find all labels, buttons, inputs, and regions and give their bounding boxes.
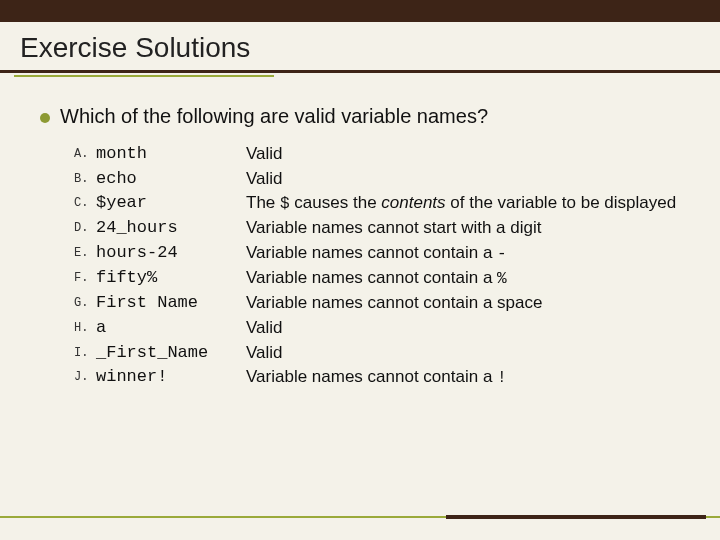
answer-explain: Variable names cannot start with a digit	[246, 216, 690, 241]
question-text: Which of the following are valid variabl…	[60, 105, 488, 128]
footer-accent	[0, 516, 720, 518]
answer-letter: J.	[74, 365, 96, 386]
answer-row: E.hours-24Variable names cannot contain …	[74, 241, 690, 266]
title-area: Exercise Solutions	[0, 22, 720, 70]
variable-name: _First_Name	[96, 341, 246, 366]
answer-explain: Variable names cannot contain a -	[246, 241, 690, 266]
answer-letter: F.	[74, 266, 96, 287]
variable-name: 24_hours	[96, 216, 246, 241]
answer-explain: Variable names cannot contain a !	[246, 365, 690, 390]
answer-letter: E.	[74, 241, 96, 262]
variable-name: winner!	[96, 365, 246, 390]
variable-name: month	[96, 142, 246, 167]
slide-title: Exercise Solutions	[20, 32, 700, 64]
answers-list: A.monthValidB.echoValidC.$yearThe $ caus…	[74, 142, 690, 391]
answer-explain: Variable names cannot contain a %	[246, 266, 690, 291]
answer-row: F.fifty%Variable names cannot contain a …	[74, 266, 690, 291]
answer-letter: C.	[74, 191, 96, 212]
answer-row: A.monthValid	[74, 142, 690, 167]
answer-row: I._First_NameValid	[74, 341, 690, 366]
answer-letter: A.	[74, 142, 96, 163]
bullet-icon	[40, 113, 50, 123]
answer-explain: Valid	[246, 142, 690, 167]
answer-explain: Valid	[246, 316, 690, 341]
variable-name: hours-24	[96, 241, 246, 266]
header-bar	[0, 0, 720, 22]
answer-letter: H.	[74, 316, 96, 337]
variable-name: First Name	[96, 291, 246, 316]
answer-row: D.24_hoursVariable names cannot start wi…	[74, 216, 690, 241]
answer-letter: B.	[74, 167, 96, 188]
answer-letter: G.	[74, 291, 96, 312]
title-underline	[0, 70, 720, 73]
answer-row: J.winner!Variable names cannot contain a…	[74, 365, 690, 390]
variable-name: $year	[96, 191, 246, 216]
answer-explain: Variable names cannot contain a space	[246, 291, 690, 316]
footer-bar	[446, 515, 706, 519]
variable-name: echo	[96, 167, 246, 192]
answer-explain: Valid	[246, 341, 690, 366]
variable-name: a	[96, 316, 246, 341]
answer-letter: D.	[74, 216, 96, 237]
question-line: Which of the following are valid variabl…	[40, 105, 690, 128]
answer-row: C.$yearThe $ causes the contents of the …	[74, 191, 690, 216]
answer-row: B.echoValid	[74, 167, 690, 192]
answer-row: G.First NameVariable names cannot contai…	[74, 291, 690, 316]
answer-letter: I.	[74, 341, 96, 362]
answer-explain: Valid	[246, 167, 690, 192]
answer-explain: The $ causes the contents of the variabl…	[246, 191, 690, 216]
answer-row: H.aValid	[74, 316, 690, 341]
variable-name: fifty%	[96, 266, 246, 291]
content-area: Which of the following are valid variabl…	[0, 77, 720, 401]
